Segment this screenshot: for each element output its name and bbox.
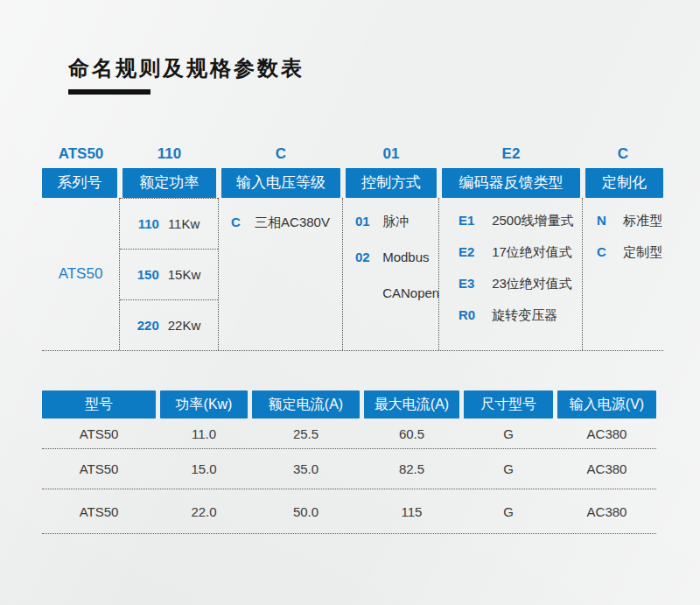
custom-options-column: N 标准型 C 定制型 [583,198,663,350]
encoder-option: E2 17位绝对值式 [458,243,582,262]
code-control: 01 [343,144,439,165]
title-underline-bar [68,89,150,95]
control-option: CANopen [355,284,438,303]
cell-rated-current: 25.5 [252,426,360,441]
encoder-options-column: E1 2500线增量式 E2 17位绝对值式 E3 23位绝对值式 R0 旋转变… [439,198,583,350]
table-row: ATS50 11.0 25.5 60.5 G AC380 [42,419,656,449]
code-power: 110 [120,144,219,165]
header-power: 额定功率 [120,168,219,198]
column-header-size: 尺寸型号 [464,390,553,419]
column-header-max-current: 最大电流(A) [364,390,459,419]
cell-input-power: AC380 [557,426,656,441]
power-options-column: 110 11Kw 150 15Kw 220 22Kw [120,198,219,350]
cell-size: G [464,426,553,441]
code-encoder: E2 [439,144,583,165]
cell-rated-current: 35.0 [252,461,360,476]
cell-power: 11.0 [160,426,248,441]
naming-rule-diagram: ATS50 110 C 01 E2 C 系列号 额定功率 输入电压等级 控制方式… [42,144,663,351]
cell-max-current: 60.5 [364,426,459,441]
spec-table-header-row: 型号 功率(Kw) 额定电流(A) 最大电流(A) 尺寸型号 输入电源(V) [42,390,656,419]
control-option: 02 Modbus [355,248,438,267]
cell-power: 15.0 [160,461,248,476]
encoder-option: E3 23位绝对值式 [458,274,582,293]
cell-size: G [464,461,553,476]
control-options-column: 01 脉冲 02 Modbus CANopen [343,198,439,350]
code-series: ATS50 [42,144,120,165]
cell-power: 22.0 [160,504,248,519]
voltage-option: C 三相AC380V [219,213,342,232]
naming-header-row: 系列号 额定功率 输入电压等级 控制方式 编码器反馈类型 定制化 [42,168,663,198]
table-row: ATS50 15.0 35.0 82.5 G AC380 [42,449,656,489]
code-voltage: C [219,144,343,165]
spec-parameter-table: 型号 功率(Kw) 额定电流(A) 最大电流(A) 尺寸型号 输入电源(V) A… [42,390,656,534]
power-option: 110 11Kw [120,198,218,250]
header-series: 系列号 [42,168,120,198]
cell-input-power: AC380 [557,504,656,519]
naming-options-row: ATS50 110 11Kw 150 15Kw 220 22Kw C [42,198,663,351]
cell-model: ATS50 [42,461,156,476]
cell-max-current: 82.5 [364,461,459,476]
encoder-option: R0 旋转变压器 [458,306,582,325]
column-header-power: 功率(Kw) [160,390,248,419]
column-header-rated-current: 额定电流(A) [252,390,360,419]
series-options-column: ATS50 [42,198,120,350]
column-header-model: 型号 [42,390,156,419]
encoder-option: E1 2500线增量式 [458,211,582,230]
column-header-input-power: 输入电源(V) [557,390,656,419]
cell-model: ATS50 [42,426,156,441]
power-option: 150 15Kw [120,250,218,300]
table-row: ATS50 22.0 50.0 115 G AC380 [42,489,656,534]
power-option: 220 22Kw [120,300,218,350]
cell-input-power: AC380 [557,461,656,476]
model-code-row: ATS50 110 C 01 E2 C [42,144,663,165]
cell-size: G [464,504,553,519]
control-option: 01 脉冲 [355,212,438,231]
header-control: 控制方式 [343,168,439,198]
page-title: 命名规则及规格参数表 [68,54,304,82]
spec-sheet: 命名规则及规格参数表 ATS50 110 C 01 E2 C 系列号 额定功率 … [0,0,700,605]
header-voltage: 输入电压等级 [219,168,343,198]
custom-option: C 定制型 [597,243,663,262]
header-custom: 定制化 [583,168,663,198]
cell-max-current: 115 [364,504,459,519]
cell-model: ATS50 [42,504,156,519]
series-value: ATS50 [59,265,103,283]
header-encoder: 编码器反馈类型 [439,168,583,198]
cell-rated-current: 50.0 [252,504,360,519]
code-custom: C [583,144,663,165]
voltage-options-column: C 三相AC380V [219,198,343,350]
custom-option: N 标准型 [597,211,663,230]
